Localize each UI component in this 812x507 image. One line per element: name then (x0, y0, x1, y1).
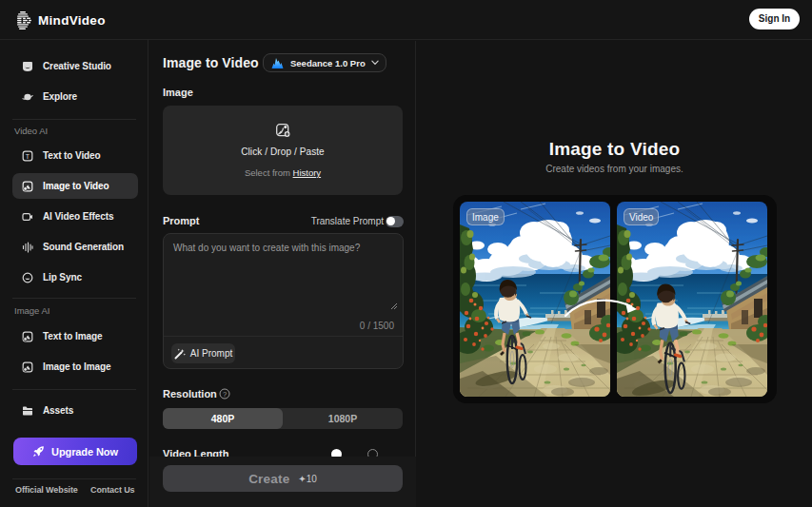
svg-text:T: T (26, 152, 30, 159)
svg-text:?: ? (223, 390, 227, 399)
